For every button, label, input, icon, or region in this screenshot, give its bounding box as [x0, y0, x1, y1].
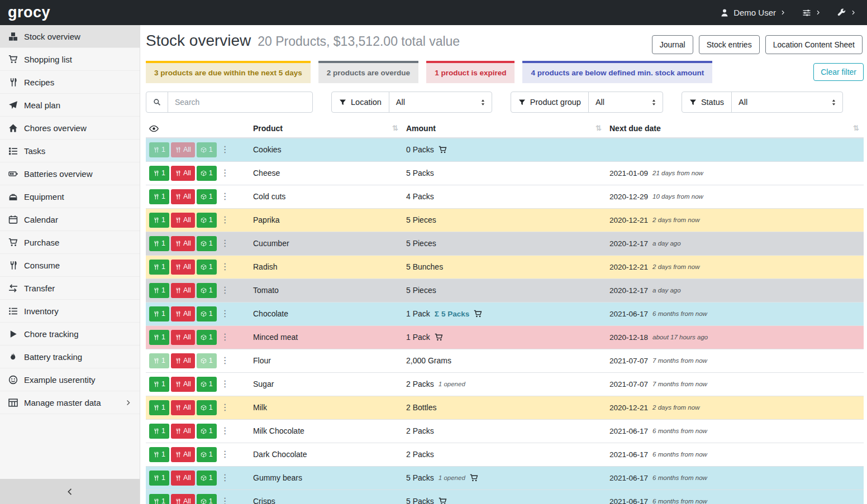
open-one-button[interactable]: 1 — [197, 447, 217, 462]
product-group-select[interactable]: All — [589, 92, 663, 112]
product-name[interactable]: Crisps — [253, 497, 275, 504]
sidebar-item-stock-overview[interactable]: Stock overview — [0, 25, 140, 48]
open-one-button[interactable]: 1 — [197, 400, 217, 415]
sidebar-item-batteries-overview[interactable]: Batteries overview — [0, 162, 140, 185]
open-one-button[interactable]: 1 — [197, 283, 217, 298]
consume-all-button[interactable]: All — [171, 400, 195, 415]
eye-icon[interactable] — [149, 124, 159, 133]
consume-all-button[interactable]: All — [171, 424, 195, 439]
consume-one-button[interactable]: 1 — [149, 494, 169, 504]
clear-filter-button[interactable]: Clear filter — [813, 63, 864, 81]
sort-icon[interactable]: ⇅ — [853, 124, 860, 132]
consume-all-button[interactable]: All — [171, 494, 195, 504]
consume-one-button[interactable]: 1 — [149, 283, 169, 298]
consume-one-button[interactable]: 1 — [149, 236, 169, 251]
consume-one-button[interactable]: 1 — [149, 447, 169, 462]
sidebar-item-recipes[interactable]: Recipes — [0, 71, 140, 94]
open-one-button[interactable]: 1 — [197, 353, 217, 368]
row-menu-button[interactable]: ⋮ — [218, 497, 232, 504]
product-name[interactable]: Paprika — [253, 215, 279, 224]
row-menu-button[interactable]: ⋮ — [218, 426, 232, 435]
row-menu-button[interactable]: ⋮ — [218, 145, 232, 154]
location-content-sheet-button[interactable]: Location Content Sheet — [765, 35, 863, 54]
column-header-due[interactable]: Next due date — [609, 124, 661, 133]
consume-one-button[interactable]: 1 — [149, 213, 169, 228]
row-menu-button[interactable]: ⋮ — [218, 309, 232, 318]
product-name[interactable]: Milk Chocolate — [253, 426, 304, 435]
status-filter-banner-3[interactable]: 4 products are below defined min. stock … — [522, 61, 712, 83]
open-one-button[interactable]: 1 — [197, 236, 217, 251]
product-name[interactable]: Tomato — [253, 286, 279, 295]
consume-all-button[interactable]: All — [171, 377, 195, 392]
row-menu-button[interactable]: ⋮ — [218, 169, 232, 177]
consume-all-button[interactable]: All — [171, 166, 195, 181]
sidebar-item-tasks[interactable]: Tasks — [0, 140, 140, 162]
consume-all-button[interactable]: All — [171, 283, 195, 298]
sidebar-item-consume[interactable]: Consume — [0, 254, 140, 277]
sidebar-item-calendar[interactable]: Calendar — [0, 208, 140, 231]
open-one-button[interactable]: 1 — [197, 213, 217, 228]
product-name[interactable]: Milk — [253, 403, 267, 412]
consume-all-button[interactable]: All — [171, 142, 195, 157]
row-menu-button[interactable]: ⋮ — [218, 380, 232, 388]
row-menu-button[interactable]: ⋮ — [218, 356, 232, 365]
sidebar-item-example-userentity[interactable]: Example userentity — [0, 368, 140, 391]
row-menu-button[interactable]: ⋮ — [218, 450, 232, 459]
sidebar-item-purchase[interactable]: Purchase — [0, 231, 140, 254]
sidebar-item-chore-tracking[interactable]: Chore tracking — [0, 323, 140, 345]
consume-all-button[interactable]: All — [171, 447, 195, 462]
consume-all-button[interactable]: All — [171, 471, 195, 486]
sidebar-item-transfer[interactable]: Transfer — [0, 277, 140, 300]
product-name[interactable]: Sugar — [253, 380, 274, 388]
consume-all-button[interactable]: All — [171, 353, 195, 368]
open-one-button[interactable]: 1 — [197, 306, 217, 321]
open-one-button[interactable]: 1 — [197, 494, 217, 504]
consume-one-button[interactable]: 1 — [149, 353, 169, 368]
row-menu-button[interactable]: ⋮ — [218, 215, 232, 224]
product-name[interactable]: Cold cuts — [253, 192, 285, 201]
consume-all-button[interactable]: All — [171, 330, 195, 345]
status-filter-banner-0[interactable]: 3 products are due within the next 5 day… — [146, 61, 311, 83]
sort-icon[interactable]: ⇅ — [392, 124, 399, 132]
consume-one-button[interactable]: 1 — [149, 400, 169, 415]
user-menu[interactable]: Demo User — [720, 8, 785, 17]
product-name[interactable]: Cucumber — [253, 239, 289, 248]
row-menu-button[interactable]: ⋮ — [218, 473, 232, 482]
open-one-button[interactable]: 1 — [197, 424, 217, 439]
product-name[interactable]: Chocolate — [253, 309, 288, 318]
consume-one-button[interactable]: 1 — [149, 166, 169, 181]
row-menu-button[interactable]: ⋮ — [218, 239, 232, 248]
consume-one-button[interactable]: 1 — [149, 424, 169, 439]
sort-icon[interactable]: ⇅ — [596, 124, 603, 132]
consume-all-button[interactable]: All — [171, 260, 195, 275]
consume-one-button[interactable]: 1 — [149, 306, 169, 321]
product-name[interactable]: Minced meat — [253, 333, 298, 342]
consume-all-button[interactable]: All — [171, 306, 195, 321]
status-filter-banner-1[interactable]: 2 products are overdue — [318, 61, 418, 83]
row-menu-button[interactable]: ⋮ — [218, 403, 232, 412]
sidebar-collapse-button[interactable] — [0, 479, 140, 504]
admin-menu[interactable] — [837, 8, 856, 17]
open-one-button[interactable]: 1 — [197, 377, 217, 392]
status-filter-banner-2[interactable]: 1 product is expired — [426, 61, 515, 83]
consume-one-button[interactable]: 1 — [149, 142, 169, 157]
product-name[interactable]: Gummy bears — [253, 473, 302, 482]
product-name[interactable]: Cheese — [253, 169, 280, 177]
consume-one-button[interactable]: 1 — [149, 377, 169, 392]
open-one-button[interactable]: 1 — [197, 330, 217, 345]
open-one-button[interactable]: 1 — [197, 189, 217, 204]
row-menu-button[interactable]: ⋮ — [218, 262, 232, 271]
sidebar-item-equipment[interactable]: Equipment — [0, 185, 140, 208]
consume-one-button[interactable]: 1 — [149, 330, 169, 345]
sidebar-item-manage-master-data[interactable]: Manage master data — [0, 391, 140, 414]
column-header-product[interactable]: Product — [253, 124, 283, 133]
consume-one-button[interactable]: 1 — [149, 189, 169, 204]
column-header-amount[interactable]: Amount — [406, 124, 436, 133]
open-one-button[interactable]: 1 — [197, 142, 217, 157]
product-name[interactable]: Dark Chocolate — [253, 450, 307, 459]
product-name[interactable]: Flour — [253, 356, 271, 365]
open-one-button[interactable]: 1 — [197, 471, 217, 486]
consume-one-button[interactable]: 1 — [149, 260, 169, 275]
product-name[interactable]: Cookies — [253, 145, 282, 154]
product-name[interactable]: Radish — [253, 262, 278, 271]
